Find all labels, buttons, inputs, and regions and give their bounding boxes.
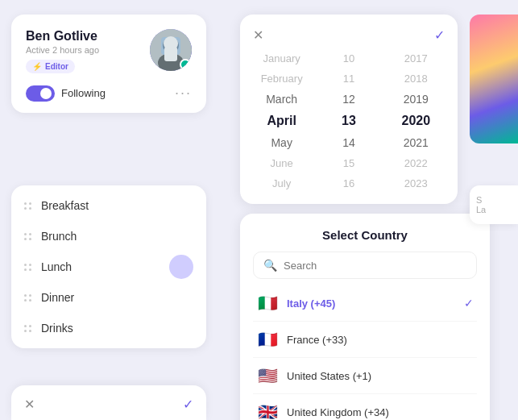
year-2022[interactable]: 2022 [383,154,450,173]
date-picker-close-button[interactable]: ✕ [253,27,263,43]
country-name-france: France (+33) [287,334,474,346]
date-picker-confirm-button[interactable]: ✓ [434,27,445,43]
list-item[interactable]: Breakfast [11,190,206,221]
profile-info: Ben Gotlive Active 2 hours ago ⚡ Editor [26,29,99,73]
month-april[interactable]: April [248,110,315,131]
list-item[interactable]: Dinner [11,282,206,313]
country-card-title: Select Country [253,228,477,242]
list-item[interactable]: Drinks [11,313,206,343]
year-2021[interactable]: 2021 [383,133,450,152]
flag-us: 🇺🇸 [256,366,279,385]
svg-rect-5 [164,47,177,61]
day-16[interactable]: 16 [315,174,382,193]
side-label-card: S La [470,185,518,224]
profile-name: Ben Gotlive [26,29,99,44]
drag-handle[interactable] [24,264,31,271]
country-item-us[interactable]: 🇺🇸 United States (+1) [253,358,477,394]
avatar [150,29,192,71]
meal-label-drinks: Drinks [41,322,193,335]
month-march[interactable]: March [248,89,315,109]
country-name-uk: United Kingdom (+34) [287,406,474,418]
flag-uk: 🇬🇧 [256,402,279,420]
profile-badge: ⚡ Editor [26,60,75,73]
country-search-box[interactable]: 🔍 [253,252,477,279]
selected-check-icon: ✓ [464,297,474,310]
month-may[interactable]: May [248,133,315,152]
mini-date-picker: ✕ ✓ [11,385,206,420]
country-item-uk[interactable]: 🇬🇧 United Kingdom (+34) [253,394,477,420]
select-country-card: Select Country 🔍 🇮🇹 Italy (+45) ✓ 🇫🇷 Fra… [240,214,490,420]
date-picker: ✕ ✓ January February March April May Jun… [240,15,458,204]
following-toggle[interactable] [26,85,55,102]
country-item-france[interactable]: 🇫🇷 France (+33) [253,322,477,358]
year-2020[interactable]: 2020 [383,110,450,131]
list-item[interactable]: Brunch [11,221,206,252]
year-2023[interactable]: 2023 [383,174,450,193]
country-item-italy[interactable]: 🇮🇹 Italy (+45) ✓ [253,285,477,322]
country-name-italy: Italy (+45) [287,297,456,310]
drag-handle[interactable] [24,233,31,240]
badge-label: Editor [45,62,68,71]
year-2019[interactable]: 2019 [383,89,450,109]
list-item[interactable]: Lunch [11,252,206,282]
day-11[interactable]: 11 [315,69,382,88]
drag-handle[interactable] [24,325,31,332]
side-label-line1: S [476,195,512,205]
year-2018[interactable]: 2018 [383,69,450,88]
following-toggle-wrap[interactable]: Following [26,85,106,102]
profile-status: Active 2 hours ago [26,45,99,55]
badge-icon: ⚡ [32,62,42,71]
month-july[interactable]: July [248,174,315,193]
side-label-line2: La [476,205,512,214]
date-scroll-area: January February March April May June Ju… [248,49,450,193]
profile-card: Ben Gotlive Active 2 hours ago ⚡ Editor [11,15,206,113]
mini-date-close-button[interactable]: ✕ [24,397,35,412]
meal-list-card: Breakfast Brunch Lunch Dinner Drinks [11,185,206,348]
day-12[interactable]: 12 [315,89,382,109]
country-name-us: United States (+1) [287,370,474,382]
avatar-online-indicator [180,59,191,70]
following-label: Following [61,87,106,99]
flag-italy: 🇮🇹 [256,293,279,313]
day-column: 10 11 12 13 14 15 16 [315,49,382,193]
year-2017[interactable]: 2017 [383,49,450,68]
color-card-decoration [470,15,518,143]
month-january[interactable]: January [248,49,315,68]
day-10[interactable]: 10 [315,49,382,68]
day-13[interactable]: 13 [315,110,382,131]
mini-date-confirm-button[interactable]: ✓ [183,397,193,412]
scroll-thumb [169,255,193,279]
date-picker-header: ✕ ✓ [248,27,450,43]
more-button[interactable]: ··· [175,85,192,102]
profile-actions: Following ··· [26,85,192,102]
month-june[interactable]: June [248,154,315,173]
day-14[interactable]: 14 [315,133,382,152]
meal-label-dinner: Dinner [41,291,193,304]
flag-france: 🇫🇷 [256,330,279,349]
drag-handle[interactable] [24,202,31,210]
toggle-knob [40,88,52,99]
month-column: January February March April May June Ju… [248,49,315,193]
profile-top: Ben Gotlive Active 2 hours ago ⚡ Editor [26,29,192,73]
drag-handle[interactable] [24,294,31,301]
month-february[interactable]: February [248,69,315,88]
meal-label-brunch: Brunch [41,230,193,243]
meal-label-breakfast: Breakfast [41,199,193,212]
year-column: 2017 2018 2019 2020 2021 2022 2023 [383,49,450,193]
day-15[interactable]: 15 [315,154,382,173]
search-icon: 🔍 [263,259,277,272]
country-search-input[interactable] [284,260,466,272]
